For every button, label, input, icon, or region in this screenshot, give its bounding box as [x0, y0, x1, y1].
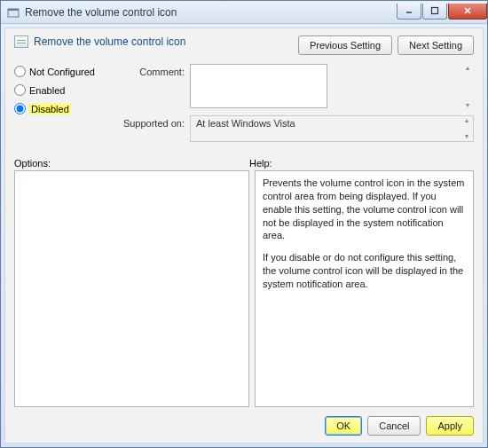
state-radio-group: Not Configured Enabled Disabled	[14, 64, 103, 147]
radio-enabled-label: Enabled	[29, 85, 65, 96]
radio-not-configured-label: Not Configured	[29, 67, 95, 77]
ok-button[interactable]: OK	[325, 416, 362, 436]
supported-on-value-box: At least Windows Vista ▴▾	[190, 115, 474, 142]
svg-rect-3	[432, 8, 438, 14]
radio-enabled-input[interactable]	[14, 84, 26, 96]
supported-on-value: At least Windows Vista	[196, 118, 295, 129]
window-title: Remove the volume control icon	[25, 6, 396, 19]
dialog-window: Remove the volume control icon Remove th…	[0, 0, 488, 448]
close-button[interactable]	[448, 4, 487, 20]
maximize-button[interactable]	[422, 4, 447, 20]
radio-enabled[interactable]: Enabled	[14, 84, 103, 96]
supported-scrollbar[interactable]: ▴▾	[461, 117, 472, 140]
radio-not-configured-input[interactable]	[14, 66, 26, 77]
svg-rect-1	[8, 9, 19, 11]
window-buttons	[396, 4, 487, 21]
comment-textarea[interactable]	[190, 64, 327, 108]
cancel-button[interactable]: Cancel	[367, 416, 421, 436]
options-label: Options:	[14, 158, 249, 169]
radio-not-configured[interactable]: Not Configured	[14, 66, 103, 77]
help-paragraph-1: Prevents the volume control icon in the …	[263, 177, 466, 242]
titlebar[interactable]: Remove the volume control icon	[1, 1, 487, 24]
comment-scrollbar[interactable]: ▴▾	[462, 65, 473, 109]
next-setting-button[interactable]: Next Setting	[397, 35, 474, 55]
radio-disabled[interactable]: Disabled	[14, 103, 103, 114]
supported-on-label: Supported on:	[112, 115, 185, 129]
comment-label: Comment:	[112, 64, 185, 77]
minimize-button[interactable]	[397, 4, 421, 20]
radio-disabled-label: Disabled	[29, 104, 71, 114]
help-paragraph-2: If you disable or do not configure this …	[263, 251, 466, 291]
help-label: Help:	[249, 158, 474, 169]
previous-setting-button[interactable]: Previous Setting	[298, 35, 392, 55]
help-panel: Prevents the volume control icon in the …	[255, 170, 474, 407]
app-icon	[6, 5, 20, 20]
policy-icon	[14, 35, 28, 48]
policy-title: Remove the volume control icon	[34, 35, 185, 48]
apply-button[interactable]: Apply	[426, 416, 474, 436]
client-area: Remove the volume control icon Previous …	[4, 28, 484, 444]
radio-disabled-input[interactable]	[14, 103, 26, 114]
options-panel	[14, 170, 249, 407]
